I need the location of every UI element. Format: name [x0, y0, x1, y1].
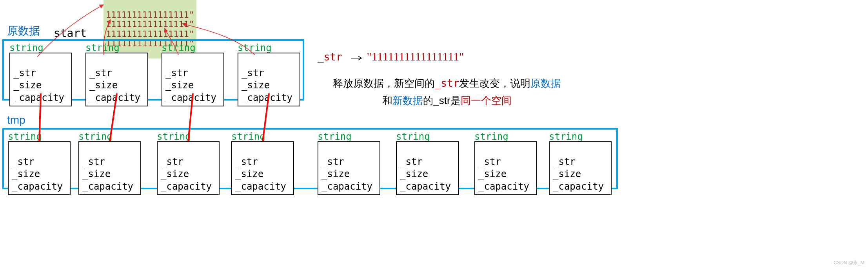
right-pointer: _str "1111111111111111"	[318, 46, 464, 66]
string-type-label: string	[396, 131, 430, 142]
field-str: _str	[12, 156, 35, 167]
field-capacity: _capacity	[321, 181, 372, 192]
string-type-label: string	[162, 42, 196, 53]
field-str: _str	[161, 156, 183, 167]
right-explainer: 释放原数据，新空间的_str发生改变，说明原数据 和新数据的_str是同一个空间	[321, 75, 572, 109]
explainer-line2: 和新数据的_str是同一个空间	[321, 92, 572, 109]
label-tmp: tmp	[7, 114, 25, 126]
watermark: CSDN @永_MI	[833, 260, 866, 266]
string-object-top: _str _size _capacity	[9, 53, 72, 106]
field-str: _str	[165, 68, 188, 79]
arrow-icon	[350, 55, 364, 61]
string-object-top: _str _size _capacity	[238, 53, 300, 106]
t: 释放原数据，新空间的	[333, 77, 435, 89]
field-str: _str	[13, 68, 36, 79]
string-type-label: string	[231, 131, 265, 142]
field-capacity: _capacity	[161, 181, 212, 192]
string-object-top: _str _size _capacity	[162, 53, 224, 106]
field-capacity: _capacity	[13, 92, 64, 103]
label-start: _start	[47, 27, 87, 40]
field-size: _size	[321, 168, 350, 179]
field-str: _str	[82, 156, 105, 167]
string-type-label: string	[474, 131, 508, 142]
field-capacity: _capacity	[12, 181, 63, 192]
field-capacity: _capacity	[165, 92, 216, 103]
string-object-tmp: _str _size _capacity	[396, 141, 459, 195]
string-object-tmp: _str _size _capacity	[78, 141, 141, 195]
field-size: _size	[478, 168, 507, 179]
t: 和	[382, 95, 392, 106]
field-str: _str	[321, 156, 344, 167]
t: _str	[435, 77, 459, 89]
field-str: _str	[553, 156, 576, 167]
string-type-label: string	[85, 42, 120, 53]
string-object-tmp: _str _size _capacity	[474, 141, 537, 195]
string-object-tmp: _str _size _capacity	[318, 141, 380, 195]
field-str: _str	[235, 156, 258, 167]
field-size: _size	[165, 80, 194, 91]
field-capacity: _capacity	[400, 181, 451, 192]
t: 的_str是	[423, 95, 460, 106]
string-type-label: string	[238, 42, 272, 53]
field-capacity: _capacity	[82, 181, 133, 192]
t: 新数据	[392, 95, 423, 106]
field-size: _size	[13, 80, 42, 91]
field-size: _size	[400, 168, 428, 179]
field-capacity: _capacity	[478, 181, 529, 192]
label-original-data: 原数据	[7, 24, 40, 38]
string-type-label: string	[157, 131, 191, 142]
t: 原数据	[530, 77, 561, 89]
string-object-tmp: _str _size _capacity	[8, 141, 71, 195]
field-capacity: _capacity	[235, 181, 286, 192]
string-type-label: string	[78, 131, 113, 142]
field-str: _str	[242, 68, 264, 79]
field-capacity: _capacity	[89, 92, 140, 103]
t: 发生改变，说明	[459, 77, 530, 89]
field-capacity: _capacity	[242, 92, 292, 103]
field-str: _str	[478, 156, 501, 167]
field-size: _size	[553, 168, 581, 179]
str-label: _str	[318, 51, 342, 63]
string-object-top: _str _size _capacity	[85, 53, 148, 106]
field-capacity: _capacity	[553, 181, 604, 192]
field-str: _str	[89, 68, 112, 79]
diagram-stage: 1111111111111111" 1111111111111111" 1111…	[0, 0, 868, 267]
str-target: "1111111111111111"	[367, 50, 464, 63]
heap-line: 1111111111111111"	[106, 10, 194, 20]
field-size: _size	[89, 80, 118, 91]
field-size: _size	[12, 168, 40, 179]
t: 同一个空间	[461, 95, 512, 106]
explainer-line1: 释放原数据，新空间的_str发生改变，说明原数据	[321, 75, 572, 92]
string-object-tmp: _str _size _capacity	[231, 141, 294, 195]
field-size: _size	[235, 168, 263, 179]
string-object-tmp: _str _size _capacity	[549, 141, 612, 195]
string-type-label: string	[318, 131, 352, 142]
string-object-tmp: _str _size _capacity	[157, 141, 220, 195]
string-type-label: string	[8, 131, 42, 142]
field-size: _size	[242, 80, 270, 91]
string-type-label: string	[9, 42, 44, 53]
heap-line: 1111111111111111"	[106, 29, 194, 39]
field-size: _size	[82, 168, 111, 179]
string-type-label: string	[549, 131, 583, 142]
field-str: _str	[400, 156, 423, 167]
heap-line: 1111111111111111"	[106, 19, 194, 29]
field-size: _size	[161, 168, 189, 179]
